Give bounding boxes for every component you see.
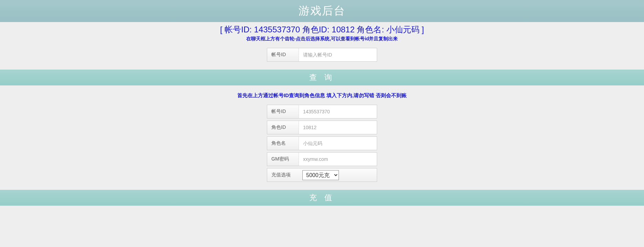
gm-password-input[interactable] xyxy=(299,153,377,166)
role-id-input[interactable] xyxy=(299,121,377,134)
page-title: 游戏后台 xyxy=(0,0,644,22)
section2-help-text: 首先在上方通过帐号ID查询到角色信息 填入下方内,请勿写错 否则会不到账 xyxy=(0,85,644,104)
recharge-option-label: 充值选项 xyxy=(267,168,299,182)
role-name-group: 角色名 xyxy=(267,136,377,150)
recharge-account-id-label: 帐号ID xyxy=(267,105,299,118)
account-id-input[interactable] xyxy=(299,48,377,61)
role-name-label: 角色名 xyxy=(267,137,299,150)
role-name-input[interactable] xyxy=(299,137,377,150)
recharge-option-group: 充值选项 5000元充 xyxy=(267,168,377,182)
account-info-display: [ 帐号ID: 1435537370 角色ID: 10812 角色名: 小仙元码… xyxy=(0,22,644,36)
role-id-label: 角色ID xyxy=(267,121,299,134)
account-id-label: 帐号ID xyxy=(267,48,299,61)
recharge-account-id-group: 帐号ID xyxy=(267,105,377,119)
gm-password-label: GM密码 xyxy=(267,153,299,166)
section2-form: 帐号ID 角色ID 角色名 GM密码 充值选项 5000元充 xyxy=(0,104,644,190)
recharge-account-id-input[interactable] xyxy=(299,105,377,118)
role-id-group: 角色ID xyxy=(267,121,377,134)
gm-password-group: GM密码 xyxy=(267,152,377,166)
recharge-button[interactable]: 充 值 xyxy=(0,190,644,206)
section1-help-text: 在聊天框上方有个齿轮-点击后选择系统,可以查看到帐号id并且复制出来 xyxy=(0,36,644,47)
query-button[interactable]: 查 询 xyxy=(0,70,644,85)
recharge-option-select[interactable]: 5000元充 xyxy=(302,170,339,180)
section1-form: 帐号ID xyxy=(0,47,644,70)
account-id-group: 帐号ID xyxy=(267,48,377,62)
